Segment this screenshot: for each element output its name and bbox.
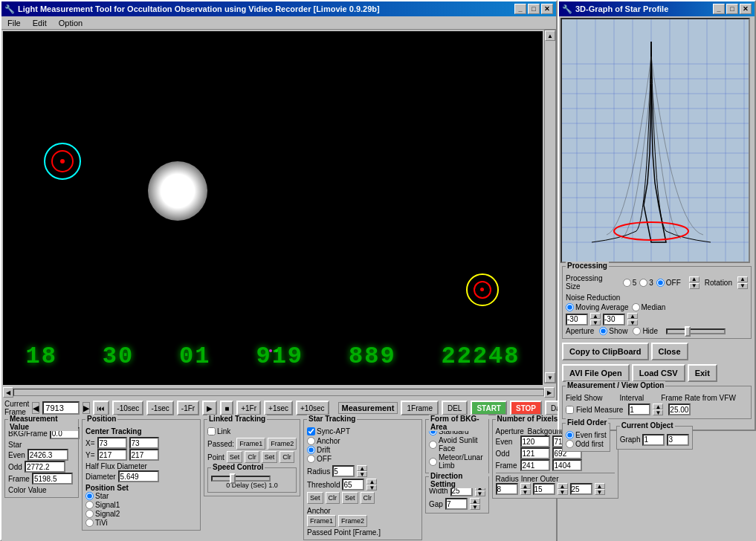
star-clr-btn[interactable]: Clr — [326, 492, 340, 504]
rot-up[interactable]: ▲ — [737, 276, 748, 282]
frame-scroll-left[interactable]: ◀ — [32, 402, 39, 414]
radio-median[interactable] — [632, 303, 640, 311]
inner-val-input[interactable] — [533, 483, 555, 495]
frame2-star-btn[interactable]: Frame2 — [338, 515, 367, 527]
diameter-input[interactable] — [118, 470, 159, 482]
scroll-up-button[interactable]: ▲ — [545, 30, 555, 41]
graph-down-arrow[interactable]: ▼ — [689, 283, 700, 289]
outer-val-input[interactable] — [570, 483, 592, 495]
x-value2-input[interactable] — [129, 437, 159, 449]
star-set-btn[interactable]: Set — [307, 492, 323, 504]
neg30-down[interactable]: ▼ — [590, 320, 601, 325]
frame-rate-input[interactable] — [668, 404, 691, 415]
interval-down[interactable]: ▼ — [653, 409, 663, 415]
rot-down[interactable]: ▼ — [737, 283, 748, 289]
frame-background-input[interactable] — [552, 459, 582, 471]
scroll-left-button[interactable]: ◀ — [3, 387, 13, 398]
radius-input[interactable] — [332, 465, 355, 477]
gap-input[interactable] — [445, 498, 468, 510]
pos30-down[interactable]: ▼ — [627, 320, 638, 325]
btn-copy-clipboard[interactable]: Copy to ClipBoard — [562, 343, 649, 360]
btn-play[interactable]: ▶ — [202, 401, 217, 415]
side-minimize-button[interactable]: _ — [713, 4, 725, 14]
btn-exit[interactable]: Exit — [688, 364, 717, 382]
set-btn-2[interactable]: Set — [262, 451, 278, 463]
odd-value-input[interactable]: 2772.2 — [25, 461, 65, 473]
clr-btn-2[interactable]: Clr — [280, 451, 294, 463]
odd-aperture-input[interactable] — [520, 447, 550, 459]
pos30-up[interactable]: ▲ — [627, 313, 638, 319]
frame1-btn[interactable]: Frame1 — [236, 438, 265, 450]
btn-prev-1fr[interactable]: -1Fr — [177, 401, 199, 415]
rot-pos30-input[interactable] — [603, 314, 625, 325]
radio-odd-first[interactable] — [566, 440, 574, 448]
btn-avi-file-open[interactable]: AVI File Open — [562, 364, 630, 382]
menu-file[interactable]: File — [4, 18, 24, 28]
y-value-input[interactable] — [97, 449, 127, 461]
even-value-input[interactable]: 2426.3 — [28, 449, 68, 461]
x-value-input[interactable] — [97, 437, 127, 449]
radio-moving-avg[interactable] — [566, 303, 574, 311]
radius-val-input[interactable] — [496, 483, 518, 495]
width-down[interactable]: ▼ — [475, 490, 485, 496]
radio-5[interactable] — [623, 279, 631, 287]
btn-1frame[interactable]: 1Frame — [401, 401, 438, 415]
threshold-input[interactable] — [342, 479, 364, 490]
btn-stop[interactable]: ■ — [220, 401, 233, 415]
maximize-button[interactable]: □ — [528, 4, 540, 14]
outer-down[interactable]: ▼ — [595, 489, 605, 495]
menu-edit[interactable]: Edit — [30, 18, 50, 28]
radio-even-first[interactable] — [566, 431, 574, 439]
frame-input[interactable]: 7913 — [42, 401, 80, 415]
graph-up-arrow[interactable]: ▲ — [689, 276, 700, 282]
btn-prev-10sec[interactable]: -10sec — [112, 401, 143, 415]
chk-sync-apt[interactable] — [307, 427, 315, 435]
frame1-star-btn[interactable]: Frame1 — [307, 515, 336, 527]
btn-prev-1sec[interactable]: -1sec — [146, 401, 173, 415]
speed-slider[interactable] — [211, 476, 271, 482]
radio-3[interactable] — [639, 279, 647, 287]
radio-meteor[interactable] — [429, 458, 437, 466]
radio-drift[interactable] — [307, 446, 315, 454]
thresh-down[interactable]: ▼ — [366, 485, 377, 490]
chk-link[interactable] — [207, 427, 216, 435]
vertical-scrollbar[interactable]: ▲ ▼ — [544, 30, 556, 383]
btn-close[interactable]: Close — [651, 343, 688, 360]
btn-next-1fr[interactable]: +1Fr — [236, 401, 261, 415]
y-value2-input[interactable] — [129, 449, 159, 461]
horizontal-scrollbar[interactable]: ◀ ▶ — [3, 386, 555, 398]
btn-next-10sec[interactable]: +10sec — [296, 401, 329, 415]
clr-btn-1[interactable]: Clr — [245, 451, 259, 463]
menu-option[interactable]: Option — [56, 18, 85, 28]
minimize-button[interactable]: _ — [514, 4, 526, 14]
radio-signal2[interactable] — [85, 510, 94, 518]
radio-anchor[interactable] — [307, 437, 315, 445]
gap-down[interactable]: ▼ — [470, 504, 480, 510]
set-btn-1[interactable]: Set — [227, 451, 243, 463]
radio-hide[interactable] — [633, 327, 641, 335]
frame2-btn[interactable]: Frame2 — [268, 438, 297, 450]
graph-val2[interactable] — [667, 434, 689, 446]
radio-off[interactable] — [307, 455, 315, 463]
radius-down[interactable]: ▼ — [357, 471, 367, 477]
scroll-right-button[interactable]: ▶ — [544, 387, 555, 398]
btn-first-frame[interactable]: ⏮ — [93, 401, 109, 415]
frame-aperture-input[interactable] — [520, 459, 550, 471]
btn-start[interactable]: START — [471, 401, 507, 415]
rot-neg30-input[interactable] — [566, 314, 588, 325]
field-show-chk[interactable] — [566, 406, 574, 414]
frame-scroll-right[interactable]: ▶ — [83, 402, 90, 414]
btn-next-1sec[interactable]: +1sec — [264, 401, 293, 415]
even-aperture-input[interactable] — [520, 435, 550, 447]
radio-star[interactable] — [85, 492, 94, 500]
scroll-down-button[interactable]: ▼ — [545, 372, 555, 383]
radio-tivi[interactable] — [85, 519, 94, 527]
btn-stop[interactable]: STOP — [510, 401, 542, 415]
radio-proc-off[interactable] — [656, 279, 665, 287]
side-close-button[interactable]: ✕ — [740, 4, 752, 14]
side-maximize-button[interactable]: □ — [726, 4, 738, 14]
radius-val-down[interactable]: ▼ — [520, 489, 531, 495]
btn-del[interactable]: DEL — [442, 401, 468, 415]
radio-avoid-sunlit[interactable] — [429, 441, 437, 449]
interval-input[interactable] — [628, 404, 650, 415]
